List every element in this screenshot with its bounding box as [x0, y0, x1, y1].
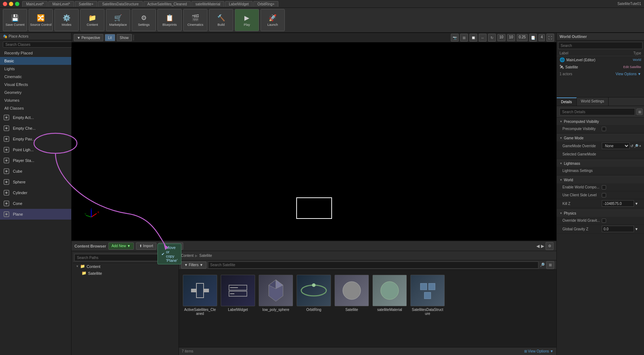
vp-layer-count[interactable]: 4: [538, 34, 545, 41]
breadcrumb-content[interactable]: Content: [181, 254, 194, 258]
content-button[interactable]: 📁Content: [80, 9, 104, 31]
viewport[interactable]: ▼ Perspective Lit Show 📷 ⊞ 🔲 ↔ ↻ 10 10 0…: [72, 33, 556, 240]
section-game-mode[interactable]: ▼Game Mode: [557, 134, 644, 141]
asset-low-poly-sphere[interactable]: low_poly_sphere: [258, 273, 293, 317]
actor-empty-pav[interactable]: Empty Pav...: [0, 134, 71, 144]
tab-satellite-material[interactable]: satelliteMaterial: [191, 1, 224, 7]
cb-view-icon[interactable]: ⊞: [546, 261, 554, 269]
vp-grid-size-3[interactable]: 0.25: [517, 34, 528, 41]
asset-active-satellites-cleaned[interactable]: ActiveSatellites_Cleaned: [182, 273, 218, 317]
import-button[interactable]: ⬆ Import: [136, 243, 156, 250]
source-control-button[interactable]: 🔀Source Control: [29, 9, 53, 31]
category-basic[interactable]: Basic: [0, 57, 71, 65]
tab-active-satellites[interactable]: ActiveSatellites_Cleaned: [143, 1, 191, 7]
section-world[interactable]: ▼World: [557, 176, 644, 183]
perspective-dropdown[interactable]: ▼ Perspective: [74, 34, 103, 41]
vp-camera-icon[interactable]: 📷: [451, 34, 459, 42]
actor-point-light[interactable]: Point Ligh...: [0, 144, 71, 155]
settings-button[interactable]: ⚙Settings: [132, 9, 156, 31]
close-button[interactable]: [3, 2, 7, 6]
checkbox-override-world-gravit...[interactable]: [602, 219, 606, 223]
tab-mainlevel2[interactable]: MainLevel*: [48, 1, 74, 7]
breadcrumb-satellite[interactable]: Satellite: [199, 254, 212, 258]
add-icon[interactable]: +: [639, 144, 641, 148]
asset-satellite-material[interactable]: satelliteMaterial: [372, 273, 407, 317]
outliner-view-options[interactable]: View Options ▼: [616, 72, 641, 76]
tab-satellite[interactable]: Satellite+: [75, 1, 97, 7]
category-cinematic[interactable]: Cinematic: [0, 73, 71, 81]
dropdown-icon[interactable]: ▼: [635, 227, 638, 231]
section-physics[interactable]: ▼Physics: [557, 210, 644, 217]
vp-grid-size-1[interactable]: 10: [497, 34, 506, 41]
checkbox-precompute-visibility[interactable]: [602, 127, 606, 131]
show-button[interactable]: Show: [117, 34, 132, 41]
section-lightmass[interactable]: ▼Lightmass: [557, 160, 644, 167]
add-new-button[interactable]: Add New ▼: [108, 243, 134, 250]
search-paths-input[interactable]: [74, 254, 165, 261]
tab-satellites-ds[interactable]: SatellitesDataStructure: [98, 1, 142, 7]
tree-item-satellite[interactable]: 📁Satellite: [73, 270, 177, 277]
tab-world-settings[interactable]: World Settings: [577, 97, 609, 106]
vp-grid-icon[interactable]: ⊞: [460, 34, 468, 42]
search-filter-input[interactable]: [208, 262, 538, 269]
asset-label-widget[interactable]: LabelWidget: [220, 273, 255, 317]
actor-cylinder[interactable]: Cylinder: [0, 187, 71, 198]
input-kill-z[interactable]: [602, 200, 634, 207]
filters-button[interactable]: ▼ Filters ▼: [181, 262, 206, 269]
blueprints-button[interactable]: 📋Blueprints: [157, 9, 182, 31]
checkbox-use-client-side-level[interactable]: [602, 193, 606, 197]
view-options-button[interactable]: ⊞ View Options ▼: [524, 349, 553, 353]
tab-details[interactable]: Details: [557, 97, 577, 106]
actor-empty-actor[interactable]: Empty Act...: [0, 112, 71, 123]
category-recently-placed[interactable]: Recently Placed: [0, 49, 71, 57]
asset-orbit-ring[interactable]: OrbitRing: [296, 273, 331, 317]
vp-snap-icon[interactable]: 🔲: [469, 34, 477, 42]
reset-icon[interactable]: ↺: [630, 144, 633, 148]
select-gamemode-override[interactable]: None: [602, 143, 630, 149]
checkbox-enable-world-compo...[interactable]: [602, 185, 606, 190]
outliner-item-satellite-actor[interactable]: 🛰 Satellite Edit Satellite: [557, 63, 644, 71]
tab-label-widget[interactable]: LabelWidget: [225, 1, 253, 7]
details-grid-icon[interactable]: ⊞: [636, 109, 643, 115]
tree-item-content[interactable]: ▼📁Content: [73, 263, 177, 270]
actor-cube[interactable]: Cube: [0, 166, 71, 177]
viewport-canvas[interactable]: X Y Z: [72, 33, 556, 240]
play-button[interactable]: ▶Play: [235, 9, 259, 31]
asset-satellites-data-structure[interactable]: SatellitesDataStructure: [410, 273, 445, 317]
vp-maximize-icon[interactable]: ⛶: [546, 34, 554, 42]
minimize-button[interactable]: [9, 2, 13, 6]
details-search-input[interactable]: [560, 108, 635, 115]
nav-forward-button[interactable]: ▶: [541, 244, 544, 249]
tab-mainlevel1[interactable]: MainLevel*: [22, 1, 48, 7]
actor-player-sta[interactable]: Player Sta...: [0, 155, 71, 166]
actor-cone[interactable]: Cone: [0, 198, 71, 209]
browse-icon[interactable]: 🔎: [634, 144, 638, 148]
cb-settings-icon[interactable]: ⚙: [546, 242, 553, 250]
section-precomputed-visibility[interactable]: ▼Precomputed Visibility: [557, 118, 644, 125]
actor-sphere[interactable]: Sphere: [0, 177, 71, 187]
vp-rotate-icon[interactable]: ↻: [488, 34, 496, 42]
search-classes-input[interactable]: [3, 42, 74, 48]
maximize-button[interactable]: [15, 2, 19, 6]
actor-empty-che[interactable]: Empty Che...: [0, 123, 71, 134]
outliner-item-mainlevel-editor[interactable]: 🌐 MainLevel (Editor) World: [557, 56, 644, 63]
save-current-button[interactable]: 💾Save Current: [3, 9, 27, 31]
category-all-classes[interactable]: All Classes: [0, 104, 71, 112]
outliner-search-input[interactable]: [558, 42, 643, 49]
launch-button[interactable]: 🚀Launch: [260, 9, 285, 31]
vp-translate-icon[interactable]: ↔: [479, 34, 487, 42]
category-lights[interactable]: Lights: [0, 65, 71, 73]
category-volumes[interactable]: Volumes: [0, 96, 71, 104]
dropdown-icon[interactable]: ▼: [635, 202, 638, 206]
input-global-gravity-z[interactable]: [602, 226, 634, 232]
marketplace-button[interactable]: 🛒Marketplace: [106, 9, 130, 31]
save-all-button[interactable]: 💾 Save All: [158, 243, 183, 250]
category-visual-effects[interactable]: Visual Effects: [0, 81, 71, 88]
asset-satellite[interactable]: Satellite: [334, 273, 369, 317]
lit-button[interactable]: Lit: [105, 34, 115, 41]
nav-back-button[interactable]: ◀: [536, 244, 540, 249]
tab-orbit-ring[interactable]: OrbitRing+: [253, 1, 278, 7]
actor-plane[interactable]: Plane: [0, 209, 71, 220]
vp-layers-icon[interactable]: 📑: [529, 34, 537, 42]
vp-grid-size-2[interactable]: 10: [507, 34, 515, 41]
